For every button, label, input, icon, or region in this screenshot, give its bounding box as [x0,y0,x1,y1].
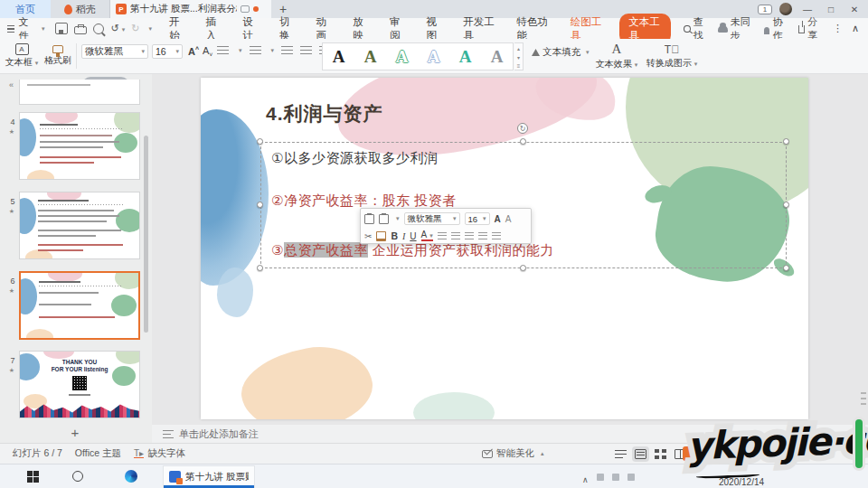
handle-bottom-center[interactable] [520,265,526,271]
mini-format-painter-icon[interactable] [376,231,386,241]
handle-top-left[interactable] [257,138,263,145]
menu-transition[interactable]: 切换 [269,15,307,42]
slide-thumbnail-partial[interactable] [19,80,140,105]
system-tray-icons[interactable] [597,474,635,481]
menu-features[interactable]: 特色功能 [507,15,561,42]
mini-font-color-button[interactable]: A▾ [421,231,433,241]
minimize-button[interactable]: — [799,5,816,14]
menu-animation[interactable]: 动画 [307,15,344,42]
convert-diagram-button[interactable]: T⃞ 转换成图示▾ [644,41,700,71]
edge-browser-icon[interactable] [125,470,137,483]
font-name-combo[interactable]: 微软雅黑▾ [81,44,148,59]
menu-slideshow[interactable]: 放映 [343,15,380,42]
paste-icon[interactable] [364,214,374,224]
collaborate-button[interactable]: 协作 [764,15,789,42]
windows-start-icon[interactable] [27,471,39,483]
tab-docer[interactable]: 稻壳 [51,0,110,18]
slide-thumbnail-7[interactable]: THANK YOU FOR YOUR listening [19,351,140,418]
sidebar-scrollbar[interactable] [144,136,148,333]
bullet-list-icon[interactable] [217,46,229,55]
cut-icon[interactable]: ✂ [364,231,372,241]
text-effect-button[interactable]: A 文本效果▾ [595,41,638,71]
notes-view-icon[interactable] [615,449,627,459]
find-button[interactable]: 查找 [676,15,717,42]
mini-align-left-icon[interactable] [438,232,447,239]
mini-font-name-combo[interactable]: 微软雅黑▾ [404,212,460,225]
menu-drawing-tools[interactable]: 绘图工具 [561,15,614,42]
mini-underline-button[interactable]: U [410,231,416,241]
mini-align-center-icon[interactable] [451,232,460,239]
mini-bold-button[interactable]: B [391,230,398,241]
rotate-handle[interactable]: ↻ [517,123,528,134]
notes-input[interactable]: 单击此处添加备注 [152,425,868,443]
wordart-style-6[interactable]: A [481,47,513,67]
cortana-icon[interactable] [72,471,83,482]
smart-beautify-button[interactable]: 智能美化 ▴ [482,447,544,460]
handle-top-right[interactable] [783,138,789,145]
share-button[interactable]: 分享 [798,15,824,42]
handle-bottom-right[interactable] [783,265,789,271]
menu-view[interactable]: 视图 [417,15,454,42]
slide-title[interactable]: 4.利润与资产 [266,101,383,127]
toolbar-more-icon[interactable]: ▾ [148,25,152,33]
menu-insert[interactable]: 插入 [196,15,233,42]
slide-text-line1[interactable]: ①以多少资源获取多少利润 [271,150,438,167]
handle-mid-left[interactable] [257,202,263,208]
collapse-ribbon-icon[interactable]: ∧ [852,23,859,34]
wordart-style-4[interactable]: A [418,47,449,67]
redo-icon[interactable]: ↻ [131,23,139,34]
taskbar-app-button[interactable]: 第十九讲 股票财务... [163,465,255,488]
close-button[interactable]: ✕ [846,5,863,14]
play-slideshow-icon[interactable] [683,446,695,461]
mini-italic-button[interactable]: I [402,231,405,241]
font-size-combo[interactable]: 16▾ [152,44,183,59]
grow-font-button[interactable]: A˄ [188,45,199,57]
mini-align-right-icon[interactable] [465,232,474,239]
collapse-panel-button[interactable]: « [9,80,14,89]
textbox-button[interactable]: A 文本框▾ [5,41,38,71]
increase-indent-icon[interactable] [300,46,312,55]
handle-mid-right[interactable] [783,202,789,208]
user-avatar[interactable] [779,3,792,15]
wordart-style-5[interactable]: A [449,47,481,67]
slide-thumbnail-5[interactable] [19,192,140,259]
slide-thumbnail-4[interactable] [19,112,140,180]
text-fill-button[interactable]: 文本填充▾ [532,46,590,59]
wordart-gallery[interactable]: A A A A A A [322,42,514,70]
restore-button[interactable]: □ [823,5,839,14]
paste-options-icon[interactable] [379,214,389,224]
mini-shrink-font-button[interactable]: A [505,214,512,224]
decrease-indent-icon[interactable] [281,46,293,55]
menu-review[interactable]: 审阅 [380,15,417,42]
format-painter-button[interactable]: 格式刷 [42,41,74,71]
add-slide-button[interactable]: + [65,425,85,443]
slide-text-line3[interactable]: ③总资产收益率 企业运用资产获取利润的能力 [271,242,554,259]
tray-expand-icon[interactable]: ∧ [582,475,589,484]
wordart-gallery-scroll[interactable]: ▴▾≡ [514,42,524,70]
undo-icon[interactable]: ↺▾ [110,23,125,34]
menu-devtools[interactable]: 开发工具 [453,15,506,42]
slide-thumbnail-6-selected[interactable] [19,271,140,340]
mini-font-size-combo[interactable]: 16▾ [465,212,490,225]
theme-name[interactable]: Office 主题 [75,447,121,460]
numbered-list-icon[interactable] [250,46,261,55]
print-icon[interactable] [74,26,87,34]
slide-editor[interactable]: 4.利润与资产 ↻ ①以多少资源获取多少利润 ②净资产收益率：股东 投资者 ③总… [201,78,808,419]
wordart-style-2[interactable]: A [354,47,386,67]
wordart-style-1[interactable]: A [323,47,354,67]
sync-status[interactable]: 未同步 [718,15,755,42]
taskbar-date[interactable]: 2020/12/14 [719,477,764,487]
save-icon[interactable] [55,23,68,34]
missing-font-warning[interactable]: T▸缺失字体 [134,447,185,460]
print-preview-icon[interactable] [93,23,104,34]
slide-nav-scrollbar[interactable] [860,392,867,405]
slide-sorter-view-icon[interactable] [655,449,666,459]
shrink-font-button[interactable]: A˅ [203,45,212,58]
mini-grow-font-button[interactable]: A [495,214,501,224]
handle-bottom-left[interactable] [257,265,263,271]
comment-icon[interactable] [241,5,250,13]
notification-badge[interactable]: 1 [758,5,772,14]
menu-design[interactable]: 设计 [232,15,269,42]
wordart-style-3[interactable]: A [386,47,418,67]
file-menu[interactable]: 文件 ▾ [0,15,52,42]
